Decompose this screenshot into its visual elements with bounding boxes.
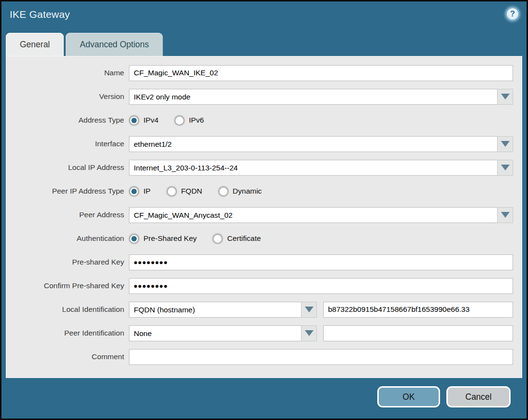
- pre-shared-key-input[interactable]: [129, 254, 513, 270]
- tab-bar: General Advanced Options: [6, 33, 163, 56]
- radio-pre-shared-key[interactable]: Pre-Shared Key: [129, 234, 197, 244]
- radio-ipv6[interactable]: IPv6: [174, 115, 204, 126]
- radio-certificate[interactable]: Certificate: [213, 234, 261, 244]
- radio-unselected-icon[interactable]: [174, 115, 185, 126]
- peer-ip-address-type-radio-group: IP FQDN Dynamic: [129, 186, 262, 196]
- row-confirm-pre-shared-key: Confirm Pre-shared Key: [6, 278, 513, 294]
- version-select[interactable]: IKEv2 only mode: [129, 89, 513, 105]
- local-ip-address-label: Local IP Address: [6, 163, 124, 172]
- row-version: Version IKEv2 only mode: [6, 88, 513, 105]
- name-label: Name: [6, 69, 124, 77]
- local-identification-value-input[interactable]: [323, 302, 513, 318]
- chevron-down-icon: [501, 165, 510, 170]
- radio-dynamic[interactable]: Dynamic: [218, 186, 262, 196]
- comment-input[interactable]: [129, 349, 513, 365]
- row-local-identification: Local Identification FQDN (hostname): [6, 301, 513, 318]
- local-ip-address-select-value[interactable]: Internet_L3_203-0-113-254--24: [129, 160, 497, 176]
- peer-address-select[interactable]: CF_Magic_WAN_Anycast_02: [129, 207, 513, 223]
- version-label: Version: [6, 92, 124, 101]
- peer-identification-dropdown-button[interactable]: [301, 325, 317, 341]
- radio-unselected-icon[interactable]: [218, 186, 228, 196]
- tab-advanced-options[interactable]: Advanced Options: [66, 33, 163, 56]
- peer-identification-type-value[interactable]: None: [129, 325, 301, 341]
- interface-dropdown-button[interactable]: [497, 136, 513, 152]
- interface-select[interactable]: ethernet1/2: [129, 136, 513, 152]
- ok-button[interactable]: OK: [377, 386, 440, 407]
- peer-identification-type-select[interactable]: None: [129, 325, 317, 341]
- comment-label: Comment: [6, 352, 124, 361]
- help-icon[interactable]: ?: [506, 7, 519, 21]
- address-type-label: Address Type: [6, 116, 124, 125]
- peer-address-select-value[interactable]: CF_Magic_WAN_Anycast_02: [129, 207, 497, 223]
- radio-selected-icon[interactable]: [129, 115, 139, 126]
- radio-ip[interactable]: IP: [129, 186, 151, 196]
- chevron-down-icon: [501, 94, 510, 99]
- row-peer-address: Peer Address CF_Magic_WAN_Anycast_02: [6, 207, 513, 223]
- general-tab-panel: Name Version IKEv2 only mode Address Typ…: [6, 56, 522, 378]
- row-peer-identification: Peer Identification None: [6, 325, 513, 341]
- radio-selected-icon[interactable]: [129, 186, 139, 196]
- chevron-down-icon: [501, 212, 510, 218]
- authentication-label: Authentication: [6, 234, 124, 243]
- row-pre-shared-key: Pre-shared Key: [6, 254, 513, 270]
- local-ip-address-select[interactable]: Internet_L3_203-0-113-254--24: [129, 160, 513, 176]
- chevron-down-icon: [501, 141, 510, 147]
- local-ip-address-dropdown-button[interactable]: [497, 160, 513, 176]
- version-select-value[interactable]: IKEv2 only mode: [129, 89, 497, 105]
- peer-address-dropdown-button[interactable]: [497, 207, 513, 223]
- row-authentication: Authentication Pre-Shared Key Certificat…: [6, 230, 513, 247]
- local-identification-type-value[interactable]: FQDN (hostname): [129, 302, 301, 318]
- radio-ipv4[interactable]: IPv4: [129, 115, 158, 126]
- row-comment: Comment: [6, 349, 513, 365]
- row-local-ip-address: Local IP Address Internet_L3_203-0-113-2…: [6, 159, 513, 176]
- address-type-radio-group: IPv4 IPv6: [129, 115, 204, 126]
- radio-selected-icon[interactable]: [129, 234, 139, 244]
- radio-unselected-icon[interactable]: [167, 186, 177, 196]
- dialog-title: IKE Gateway: [10, 9, 70, 20]
- interface-label: Interface: [6, 140, 124, 148]
- local-identification-type-select[interactable]: FQDN (hostname): [129, 302, 317, 318]
- chevron-down-icon: [305, 330, 314, 336]
- peer-identification-label: Peer Identification: [6, 329, 124, 337]
- radio-unselected-icon[interactable]: [213, 234, 223, 244]
- chevron-down-icon: [305, 307, 314, 312]
- tab-general[interactable]: General: [6, 33, 64, 56]
- version-dropdown-button[interactable]: [497, 89, 513, 105]
- peer-address-label: Peer Address: [6, 210, 124, 219]
- local-identification-dropdown-button[interactable]: [301, 302, 317, 318]
- pre-shared-key-label: Pre-shared Key: [6, 258, 124, 266]
- authentication-radio-group: Pre-Shared Key Certificate: [129, 234, 261, 244]
- cancel-button[interactable]: Cancel: [446, 386, 511, 407]
- local-identification-label: Local Identification: [6, 305, 124, 314]
- peer-identification-value-input[interactable]: [323, 325, 513, 341]
- ike-gateway-dialog: IKE Gateway ? General Advanced Options N…: [0, 0, 528, 420]
- peer-ip-address-type-label: Peer IP Address Type: [6, 187, 124, 196]
- confirm-pre-shared-key-input[interactable]: [129, 278, 513, 294]
- row-peer-ip-address-type: Peer IP Address Type IP FQDN Dynamic: [6, 183, 513, 199]
- confirm-pre-shared-key-label: Confirm Pre-shared Key: [6, 281, 124, 290]
- row-interface: Interface ethernet1/2: [6, 136, 513, 152]
- radio-fqdn[interactable]: FQDN: [167, 186, 202, 196]
- row-address-type: Address Type IPv4 IPv6: [6, 112, 513, 128]
- name-input[interactable]: [129, 65, 513, 81]
- interface-select-value[interactable]: ethernet1/2: [129, 136, 497, 152]
- row-name: Name: [6, 65, 513, 81]
